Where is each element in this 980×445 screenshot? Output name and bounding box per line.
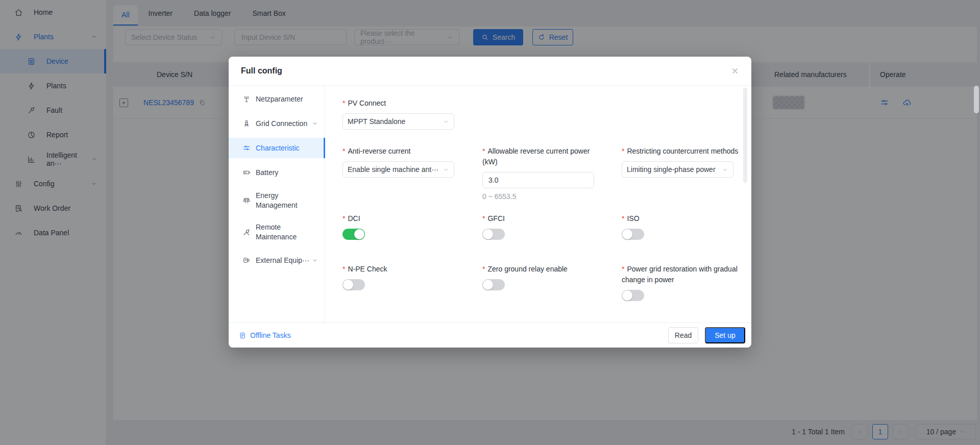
iso-toggle[interactable] — [622, 229, 644, 240]
app-window: Home Plants Device Plants Fault Report I… — [0, 0, 980, 445]
read-button-label: Read — [675, 331, 692, 339]
nav-item-label: Remote Maintenance — [256, 222, 307, 242]
field-gfci: *GFCI — [482, 213, 622, 240]
power-grid-restoration-toggle[interactable] — [622, 290, 644, 301]
field-label: N-PE Check — [348, 265, 387, 273]
field-zero-ground-relay: *Zero ground relay enable — [482, 264, 622, 290]
required-mark: * — [342, 99, 345, 107]
required-mark: * — [622, 265, 624, 273]
battery-icon — [242, 168, 251, 177]
field-label: Zero ground relay enable — [487, 265, 567, 273]
allowable-reverse-power-input[interactable] — [487, 176, 589, 185]
field-label: Allowable reverse current power (kW) — [482, 147, 590, 166]
close-icon[interactable] — [731, 67, 739, 75]
toggle-knob — [343, 280, 353, 290]
field-dci: *DCI — [342, 213, 482, 240]
toggle-knob — [622, 229, 632, 239]
config-form: *PV Connect MPPT Standalone *Anti-revers… — [325, 86, 751, 323]
modal-scrollbar-thumb[interactable] — [743, 88, 747, 183]
required-mark: * — [342, 147, 345, 155]
toggle-knob — [354, 229, 364, 239]
field-label: Power grid restoration with gradual chan… — [622, 265, 738, 284]
field-npe-check: *N-PE Check — [342, 264, 482, 290]
tasks-icon — [239, 332, 247, 339]
pv-connect-select[interactable]: MPPT Standalone — [342, 113, 454, 130]
required-mark: * — [482, 265, 485, 273]
external-equipment-icon — [242, 256, 251, 264]
chevron-down-icon — [443, 166, 449, 173]
field-label: Restricting countercurrent methods — [627, 147, 738, 155]
field-label: Anti-reverse current — [348, 147, 410, 155]
nav-item-external-equipment[interactable]: External Equip··· — [229, 248, 325, 273]
required-mark: * — [482, 147, 485, 155]
nav-item-netzparameter[interactable]: Netzparameter — [229, 87, 325, 111]
field-iso: *ISO — [622, 213, 751, 240]
required-mark: * — [342, 214, 345, 222]
nav-item-label: Netzparameter — [256, 95, 305, 103]
pv-connect-value: MPPT Standalone — [348, 117, 405, 126]
nav-item-grid-connection[interactable]: Grid Connection — [229, 111, 325, 136]
nav-item-label: Grid Connection — [256, 119, 309, 128]
offline-tasks-link[interactable]: Offline Tasks — [239, 331, 291, 339]
nav-item-battery[interactable]: Battery — [229, 160, 325, 185]
sliders-icon — [242, 144, 251, 152]
tools-icon — [242, 228, 251, 236]
set-up-button[interactable]: Set up — [705, 327, 745, 343]
nav-item-characteristic[interactable]: Characteristic — [229, 138, 325, 158]
antenna-icon — [242, 95, 251, 103]
anti-reverse-current-value: Enable single machine ant··· — [348, 165, 438, 174]
required-mark: * — [622, 147, 624, 155]
modal-header: Full config — [229, 57, 751, 86]
dci-toggle[interactable] — [342, 229, 365, 240]
gfci-toggle[interactable] — [482, 229, 505, 240]
nav-item-label: Energy Management — [256, 191, 307, 210]
full-config-modal: Full config Netzparameter Grid Connectio… — [229, 57, 751, 348]
required-mark: * — [482, 214, 485, 222]
toggle-knob — [483, 280, 493, 290]
window-scrollbar-thumb[interactable] — [974, 86, 979, 113]
nav-item-remote-maintenance[interactable]: Remote Maintenance — [229, 216, 325, 248]
field-anti-reverse-current: *Anti-reverse current Enable single mach… — [342, 146, 482, 178]
field-label: DCI — [348, 214, 360, 222]
modal-body: Netzparameter Grid Connection Characteri… — [229, 86, 751, 323]
set-up-button-label: Set up — [715, 331, 735, 339]
field-pv-connect: *PV Connect MPPT Standalone — [342, 98, 482, 130]
chevron-down-icon — [722, 166, 728, 173]
restricting-countercurrent-value: Limiting single-phase power — [627, 165, 716, 174]
offline-tasks-label: Offline Tasks — [250, 331, 291, 339]
chevron-down-icon — [312, 120, 318, 127]
toggle-knob — [622, 290, 632, 301]
field-power-grid-restoration: *Power grid restoration with gradual cha… — [622, 264, 751, 301]
field-allowable-reverse-power: *Allowable reverse current power (kW) 0 … — [482, 146, 622, 201]
chevron-down-icon — [443, 118, 449, 125]
npe-check-toggle[interactable] — [342, 279, 365, 290]
required-mark: * — [342, 265, 345, 273]
field-label: PV Connect — [348, 99, 386, 107]
field-label: ISO — [627, 214, 639, 222]
required-mark: * — [622, 214, 624, 222]
allowable-reverse-power-input-wrap — [482, 172, 594, 188]
chevron-down-icon — [312, 257, 318, 263]
modal-title: Full config — [241, 66, 282, 76]
restricting-countercurrent-select[interactable]: Limiting single-phase power — [622, 161, 733, 178]
config-section-nav: Netzparameter Grid Connection Characteri… — [229, 86, 325, 323]
field-restricting-countercurrent: *Restricting countercurrent methods Limi… — [622, 146, 751, 178]
allowable-reverse-power-range: 0 ~ 6553.5 — [482, 192, 604, 201]
nav-item-label: Characteristic — [256, 144, 302, 152]
read-button[interactable]: Read — [668, 327, 698, 343]
transmission-tower-icon — [242, 119, 251, 128]
nav-item-label: Battery — [256, 168, 280, 177]
solar-panel-icon — [242, 196, 251, 205]
zero-ground-relay-toggle[interactable] — [482, 279, 505, 290]
nav-item-energy-management[interactable]: Energy Management — [229, 185, 325, 216]
anti-reverse-current-select[interactable]: Enable single machine ant··· — [342, 161, 454, 178]
toggle-knob — [483, 229, 493, 239]
nav-item-label: External Equip··· — [256, 256, 311, 264]
modal-footer: Offline Tasks Read Set up — [229, 323, 751, 348]
field-label: GFCI — [487, 214, 504, 222]
